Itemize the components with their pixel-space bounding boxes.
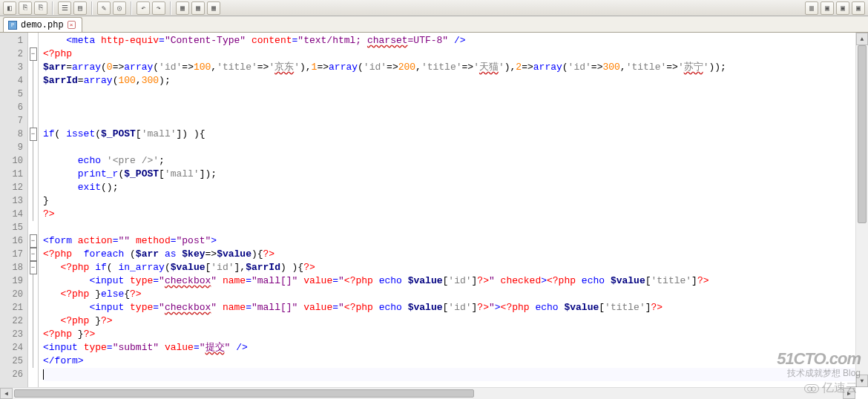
toolbar-separator [170,1,171,15]
toolbar-button[interactable]: ▦ [207,1,220,15]
toolbar-button[interactable]: ◧ [3,1,16,15]
toolbar-button[interactable]: ▣ [821,1,834,15]
tab-label: demo.php [21,20,64,30]
fold-toggle[interactable]: − [30,128,37,141]
toolbar: ◧ ⎘ ⎘ ☰ ▤ ✎ ◎ ↶ ↷ ▦ ▦ ▦ ▥ ▣ ▣ ▣ [0,0,868,16]
toolbar-button[interactable]: ↶ [137,1,150,15]
php-file-icon: P [8,21,17,30]
toolbar-button[interactable]: ◎ [113,1,126,15]
toolbar-button[interactable]: ▥ [805,1,818,15]
toolbar-separator [131,1,132,15]
toolbar-button[interactable]: ▣ [852,1,865,15]
toolbar-button[interactable]: ⎘ [34,1,47,15]
fold-column: −−−−− [28,33,39,399]
line-number-gutter: 1234567891011121314151617181920212223242… [0,33,28,399]
toolbar-button[interactable]: ▦ [176,1,189,15]
close-icon[interactable]: × [68,21,76,29]
horizontal-scrollbar[interactable]: ◀ ▶ [0,387,855,399]
fold-toggle[interactable]: − [30,47,37,61]
toolbar-button[interactable]: ✎ [97,1,111,15]
scroll-up-arrow-icon[interactable]: ▲ [856,33,868,45]
tab-bar: P demo.php × [0,16,868,33]
watermark-yisu: 亿速云 [804,380,858,396]
toolbar-button[interactable]: ▣ [836,1,849,15]
scroll-thumb[interactable] [858,45,867,223]
toolbar-button[interactable]: ☰ [58,1,71,15]
vertical-scrollbar[interactable]: ▲ ▼ [855,33,868,387]
code-editor[interactable]: 1234567891011121314151617181920212223242… [0,33,868,399]
fold-toggle[interactable]: − [30,234,37,248]
toolbar-button[interactable]: ⎘ [19,1,32,15]
toolbar-button[interactable]: ↷ [152,1,165,15]
toolbar-button[interactable]: ▦ [191,1,205,15]
watermark-51cto: 51CTO.com 技术成就梦想 Blog [777,349,861,380]
toolbar-button[interactable]: ▤ [73,1,87,15]
toolbar-separator [52,1,53,15]
scroll-left-arrow-icon[interactable]: ◀ [0,388,13,399]
tab-demo-php[interactable]: P demo.php × [3,17,82,32]
scroll-thumb[interactable] [14,389,474,398]
fold-toggle[interactable]: − [30,261,37,274]
fold-toggle[interactable]: − [30,248,37,261]
code-area[interactable]: <meta http-equiv="Content-Type" content=… [39,33,868,399]
toolbar-separator [91,1,93,15]
